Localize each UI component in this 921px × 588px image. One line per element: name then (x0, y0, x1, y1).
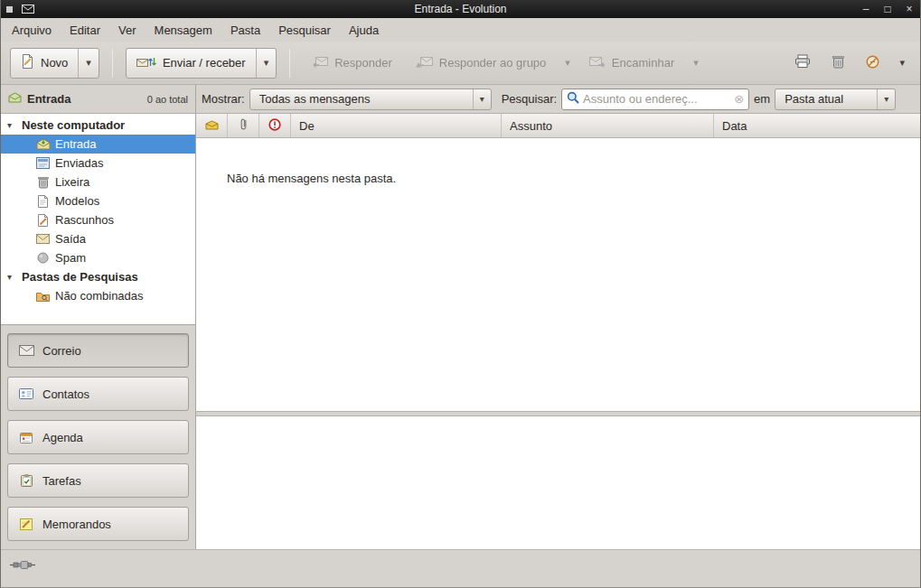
em-label: em (754, 92, 770, 106)
search-icon[interactable] (567, 91, 579, 107)
delete-button[interactable] (824, 48, 852, 79)
mail-icon (18, 345, 34, 356)
message-filter-value: Todas as mensagens (250, 92, 473, 106)
switcher-label: Agenda (42, 431, 83, 444)
maximize-button[interactable]: □ (882, 0, 893, 18)
folder-enviadas[interactable]: Enviadas (1, 154, 195, 173)
folder-label: Modelos (55, 194, 99, 208)
menu-editar[interactable]: Editar (61, 18, 109, 42)
reply-button[interactable]: Responder (303, 48, 401, 79)
switcher-tarefas[interactable]: Tarefas (7, 463, 189, 498)
junk-button[interactable] (858, 48, 888, 79)
folder-label: Lixeira (55, 175, 89, 189)
message-list[interactable]: Não há mensagens nesta pasta. (196, 138, 920, 411)
new-split-button: Novo ▾ (10, 48, 99, 79)
new-button-label: Novo (41, 56, 68, 70)
folder-saida[interactable]: Saída (1, 229, 195, 248)
online-status-button[interactable] (8, 557, 37, 575)
column-label: De (299, 119, 315, 133)
expander-icon[interactable]: ▾ (7, 120, 16, 130)
folder-entrada[interactable]: Entrada (1, 135, 195, 154)
folder-label: Não combinadas (55, 289, 144, 303)
evolution-window: Entrada - Evolution – □ × Arquivo Editar… (0, 0, 921, 588)
new-button[interactable]: Novo (11, 49, 78, 78)
menu-ver[interactable]: Ver (109, 18, 146, 42)
print-icon (794, 54, 811, 71)
mostrar-label: Mostrar: (202, 92, 245, 106)
pesquisar-label: Pesquisar: (502, 92, 557, 106)
forward-icon (589, 55, 606, 70)
switcher-agenda[interactable]: Agenda (7, 420, 189, 454)
clear-search-icon[interactable]: ⊗ (734, 92, 744, 106)
folder-rascunhos[interactable]: Rascunhos (1, 210, 195, 229)
folder-nao-combinadas[interactable]: Não combinadas (1, 286, 195, 305)
titlebar-left (6, 5, 34, 14)
important-icon (268, 118, 281, 134)
spam-icon (35, 252, 51, 264)
calendar-icon (18, 432, 34, 443)
reply-group-button[interactable]: Responder ao grupo (407, 48, 556, 79)
switcher-memorandos[interactable]: Memorandos (7, 507, 189, 541)
switcher-label: Tarefas (42, 474, 81, 488)
menubar: Arquivo Editar Ver Mensagem Pasta Pesqui… (1, 18, 920, 42)
paperclip-icon (240, 117, 248, 134)
tree-section-pastas-de-pesquisas[interactable]: ▾ Pastas de Pesquisas (1, 267, 195, 286)
current-folder-name: Entrada (27, 92, 70, 106)
filter-controls: Mostrar: Todas as mensagens ▾ Pesquisar:… (196, 85, 920, 113)
reply-group-button-label: Responder ao grupo (439, 56, 547, 70)
tree-section-neste-computador[interactable]: ▾ Neste computador (1, 116, 195, 135)
forward-button[interactable]: Encaminhar (580, 48, 683, 79)
search-entry: ⊗ (561, 89, 749, 110)
column-status[interactable] (196, 114, 228, 137)
search-scope-combo[interactable]: Pasta atual ▾ (775, 89, 896, 110)
forward-dropdown-button[interactable]: ▾ (689, 48, 703, 79)
minimize-button[interactable]: – (860, 0, 871, 18)
print-button[interactable] (786, 48, 819, 79)
search-input[interactable] (583, 92, 730, 106)
message-filter-combo[interactable]: Todas as mensagens ▾ (249, 89, 492, 110)
contacts-icon (18, 388, 34, 399)
switcher-label: Memorandos (42, 518, 111, 531)
chevron-down-icon: ▾ (473, 89, 491, 109)
reply-group-dropdown-button[interactable]: ▾ (560, 48, 575, 79)
menu-mensagem[interactable]: Mensagem (146, 18, 221, 42)
mail-status-icon (205, 119, 219, 133)
sidebar: ▾ Neste computador Entrada Enviadas (1, 114, 196, 549)
chevron-down-icon: ▾ (877, 89, 895, 109)
menu-arquivo[interactable]: Arquivo (3, 18, 61, 42)
preview-pane (196, 416, 920, 549)
message-list-header: De Assunto Data (196, 114, 920, 138)
menu-pasta[interactable]: Pasta (221, 18, 269, 42)
app-menu-icon[interactable] (22, 5, 34, 14)
new-dropdown-button[interactable]: ▾ (78, 49, 99, 78)
reply-all-icon (416, 55, 433, 70)
menu-ajuda[interactable]: Ajuda (340, 18, 388, 42)
folder-label: Saída (55, 232, 86, 246)
folder-label: Rascunhos (55, 213, 114, 227)
expander-icon[interactable]: ▾ (7, 272, 16, 282)
switcher-correio[interactable]: Correio (7, 333, 189, 368)
column-attachment[interactable] (228, 114, 259, 137)
sent-icon (35, 157, 51, 169)
document-icon (35, 195, 51, 208)
toolbar-separator (112, 49, 113, 78)
column-assunto[interactable]: Assunto (502, 114, 714, 137)
close-button[interactable]: × (904, 0, 915, 18)
trash-icon (832, 55, 844, 71)
folder-lixeira[interactable]: Lixeira (1, 173, 195, 191)
column-data[interactable]: Data (714, 114, 920, 137)
switcher-label: Correio (42, 344, 81, 358)
column-important[interactable] (259, 114, 291, 137)
send-receive-button[interactable]: Enviar / receber (127, 49, 256, 78)
toolbar-overflow-button[interactable]: ▾ (893, 48, 911, 79)
folder-spam[interactable]: Spam (1, 248, 195, 267)
window-indicator-icon (6, 6, 13, 13)
folder-tree: ▾ Neste computador Entrada Enviadas (1, 114, 195, 324)
send-receive-split-button: Enviar / receber ▾ (126, 48, 277, 79)
column-de[interactable]: De (291, 114, 502, 137)
folder-modelos[interactable]: Modelos (1, 191, 195, 210)
send-receive-dropdown-button[interactable]: ▾ (256, 49, 277, 78)
menu-pesquisar[interactable]: Pesquisar (269, 18, 340, 42)
switcher-contatos[interactable]: Contatos (7, 377, 189, 411)
column-label: Data (722, 119, 747, 133)
